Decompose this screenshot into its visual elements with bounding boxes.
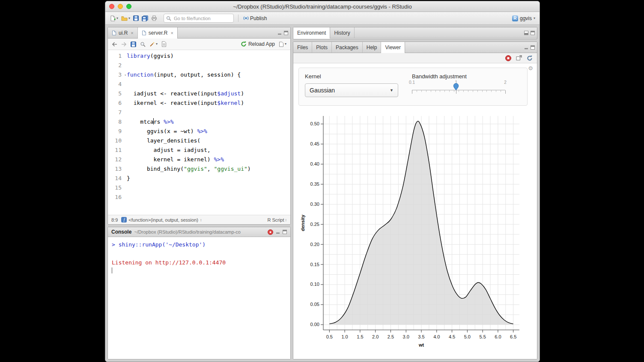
publish-label: Publish	[250, 15, 267, 21]
save-all-button[interactable]	[142, 15, 148, 21]
publish-button[interactable]: Publish	[243, 15, 267, 21]
tab-ui-r[interactable]: ui.R×	[108, 27, 138, 38]
console-working-directory: ~/Dropbox (RStudio)/RStudio/training/dat…	[134, 229, 265, 234]
tab-plots[interactable]: Plots	[312, 42, 332, 53]
function-context-button[interactable]: f <function>(input, output, session) ↕	[121, 217, 264, 223]
svg-text:0.15: 0.15	[310, 262, 319, 267]
save-icon	[133, 15, 139, 21]
code-text: kernel = ikernel) %>%	[127, 155, 224, 164]
tab-environment[interactable]: Environment	[293, 27, 330, 39]
code-line[interactable]: 16	[108, 193, 290, 202]
code-line[interactable]: 7	[108, 108, 290, 117]
source-doc-icon	[279, 42, 284, 47]
svg-text:1.5: 1.5	[357, 334, 363, 339]
forward-icon[interactable]	[121, 42, 127, 47]
close-window-button[interactable]	[109, 4, 114, 9]
slider-tick-major	[456, 90, 456, 94]
slider-handle[interactable]	[453, 83, 459, 90]
desktop-background: ~/Dropbox (RStudio)/RStudio/training/dat…	[0, 0, 644, 362]
reload-app-button[interactable]: Reload App	[241, 41, 275, 47]
code-text: bind_shiny("ggvis", "ggvis_ui")	[127, 164, 251, 174]
kernel-selected-value: Gaussian	[310, 87, 335, 94]
code-line[interactable]: 14}	[108, 174, 290, 183]
svg-text:density: density	[300, 214, 305, 231]
zoom-window-button[interactable]	[126, 4, 131, 9]
source-options-button[interactable]: ▾	[279, 42, 286, 47]
new-file-button[interactable]: ▾	[110, 15, 118, 21]
close-tab-icon[interactable]: ×	[131, 30, 133, 36]
reload-icon	[241, 41, 247, 47]
bandwidth-slider[interactable]: 0.112	[412, 84, 505, 98]
code-text: layer_densities(	[127, 136, 200, 145]
svg-text:0.10: 0.10	[310, 282, 319, 287]
file-icon	[112, 30, 116, 36]
tab-packages[interactable]: Packages	[332, 42, 363, 53]
code-line[interactable]: 15	[108, 183, 290, 193]
console-line	[112, 249, 286, 258]
open-file-button[interactable]: ▾	[121, 15, 130, 21]
file-type-button[interactable]: R Script ↕	[267, 217, 287, 223]
goto-file-box[interactable]	[164, 14, 234, 23]
print-button[interactable]	[151, 15, 157, 21]
density-plot: 0.51.01.52.02.53.03.54.04.55.05.56.06.50…	[298, 112, 525, 351]
bandwidth-label: Bandwidth adjustment	[412, 73, 521, 80]
code-line[interactable]: 9 ggvis(x = ~wt) %>%	[108, 127, 290, 136]
close-tab-icon[interactable]: ×	[170, 30, 173, 36]
stop-app-icon[interactable]	[505, 55, 511, 61]
code-line[interactable]: 8 mtcars %>%	[108, 117, 290, 127]
console-output[interactable]: > shiny::runApp('~/Desktop') Listening o…	[108, 237, 290, 359]
code-line[interactable]: 3▾function(input, output, session) {	[108, 70, 290, 80]
code-line[interactable]: 6 ikernel <- reactive(input$kernel)	[108, 98, 290, 108]
maximize-pane-icon[interactable]	[531, 31, 535, 35]
caret-down-icon: ▾	[128, 17, 130, 20]
tab-files[interactable]: Files	[293, 42, 312, 53]
maximize-pane-icon[interactable]	[283, 230, 287, 234]
tab-history[interactable]: History	[330, 27, 354, 38]
gear-icon[interactable]: ⚙	[528, 65, 533, 71]
code-line[interactable]: 5 iadjust <- reactive(input$adjust)	[108, 89, 290, 98]
maximize-pane-icon[interactable]	[531, 45, 535, 50]
minimize-pane-icon[interactable]	[277, 31, 282, 35]
svg-text:0.40: 0.40	[310, 161, 319, 166]
goto-file-input[interactable]	[173, 15, 236, 21]
refresh-icon[interactable]	[527, 55, 533, 61]
open-in-new-window-icon[interactable]	[516, 55, 522, 61]
code-line[interactable]: 12 kernel = ikernel) %>%	[108, 155, 290, 164]
code-line[interactable]: 1library(ggvis)	[108, 51, 290, 61]
fold-arrow-icon[interactable]: ▾	[124, 71, 126, 80]
window-title: ~/Dropbox (RStudio)/RStudio/training/dat…	[105, 3, 540, 10]
console-line: Listening on http://127.0.0.1:4470	[112, 258, 286, 267]
minimize-pane-icon[interactable]	[276, 230, 280, 234]
line-number: 7	[108, 108, 127, 117]
minimize-pane-icon[interactable]	[524, 45, 528, 50]
project-menu-button[interactable]: R ggvis ▾	[512, 15, 535, 21]
minimize-window-button[interactable]	[118, 4, 123, 9]
code-line[interactable]: 10 layer_densities(	[108, 136, 290, 145]
code-line[interactable]: 11 adjust = iadjust,	[108, 145, 290, 155]
code-line[interactable]: 2	[108, 61, 290, 70]
save-icon[interactable]	[131, 42, 136, 47]
new-file-icon	[110, 15, 116, 21]
back-icon[interactable]	[112, 42, 117, 47]
maximize-pane-icon[interactable]	[284, 31, 288, 35]
console-cursor	[112, 267, 112, 273]
code-editor[interactable]: 1library(ggvis)23▾function(input, output…	[108, 50, 290, 215]
tab-viewer[interactable]: Viewer	[381, 42, 405, 53]
editor-toolbar: ▾ Reload App ▾	[108, 39, 290, 50]
compile-report-icon[interactable]	[161, 41, 167, 47]
console-line: > shiny::runApp('~/Desktop')	[112, 240, 286, 249]
line-number: 14	[108, 174, 127, 183]
svg-text:0.30: 0.30	[310, 202, 319, 207]
save-button[interactable]	[133, 15, 139, 21]
stop-icon[interactable]	[268, 229, 273, 235]
minimize-pane-icon[interactable]	[524, 31, 528, 35]
kernel-select[interactable]: Gaussian ▼	[305, 83, 398, 97]
code-tools-button[interactable]: ▾	[149, 42, 158, 47]
line-number: 11	[108, 145, 127, 155]
code-line[interactable]: 13 bind_shiny("ggvis", "ggvis_ui")	[108, 164, 290, 174]
find-icon[interactable]	[140, 42, 146, 47]
code-line[interactable]: 4	[108, 80, 290, 89]
tab-server-r[interactable]: server.R×	[138, 27, 178, 39]
tab-help[interactable]: Help	[363, 42, 382, 53]
code-text: iadjust <- reactive(input$adjust)	[127, 89, 244, 98]
